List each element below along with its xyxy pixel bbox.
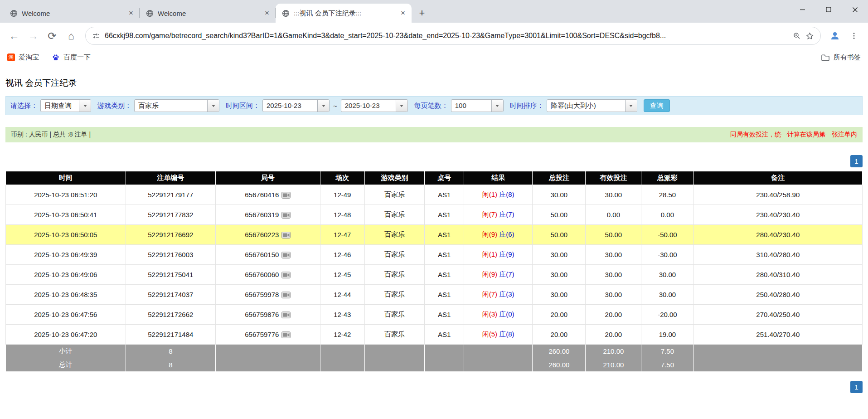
game-type-select[interactable]: 百家乐 [134,99,219,112]
bookmark-star-icon[interactable] [805,32,814,40]
chevron-down-icon[interactable] [625,100,637,112]
result-player: 闲(7) [482,290,497,298]
date-end-select[interactable]: 2025-10-23 [341,99,408,112]
chevron-down-icon[interactable] [396,100,407,112]
chevron-down-icon[interactable] [317,100,329,112]
tabs-container: Welcome×Welcome×:::视讯 会员下注纪录:::× [4,4,412,23]
cell-total-bet[interactable]: 30.00 [533,285,586,305]
pagination-page-1[interactable]: 1 [850,155,863,167]
video-replay-icon[interactable] [281,292,291,298]
round-number: 656760319 [245,211,279,219]
forward-icon[interactable]: → [24,26,43,45]
cell-total-bet[interactable]: 20.00 [533,305,586,325]
date-start-select[interactable]: 2025-10-23 [262,99,330,112]
cell-remark: 250.40/280.40 [693,285,862,305]
total-row-cell-4 [364,358,424,372]
chevron-down-icon[interactable] [79,100,91,112]
cell-total-bet[interactable]: 30.00 [533,185,586,205]
chevron-down-icon[interactable] [491,100,503,112]
new-tab-button[interactable]: + [415,6,429,20]
cell-total-bet[interactable]: 50.00 [533,205,586,225]
cell-session: 12-42 [320,325,364,345]
cell-table-no: AS1 [425,185,464,205]
video-replay-icon[interactable] [281,232,291,239]
column-header: 结果 [464,171,533,185]
kebab-menu-icon[interactable] [844,26,863,45]
video-replay-icon[interactable] [281,212,291,219]
tab-title: Welcome [22,10,122,17]
video-replay-icon[interactable] [281,272,291,278]
query-type-select[interactable]: 日期查询 [40,99,91,112]
bookmark-aitaobao[interactable]: 淘 爱淘宝 [7,53,39,62]
cell-remark: 310.40/280.40 [693,245,862,265]
tab-close-icon[interactable]: × [126,8,136,18]
cell-time: 2025-10-23 06:51:20 [6,185,126,205]
zoom-icon[interactable] [793,32,801,40]
browser-tab[interactable]: Welcome× [4,4,140,23]
cell-valid-bet: 30.00 [586,265,641,285]
cell-payout: -50.00 [641,225,693,245]
cell-total-bet[interactable]: 50.00 [533,225,586,245]
column-header: 游戏类别 [364,171,424,185]
globe-icon [145,9,154,18]
browser-tab[interactable]: :::视讯 会员下注纪录:::× [276,4,412,23]
bookmark-baidu[interactable]: 百度一下 [52,53,91,62]
site-info-tune-icon[interactable] [92,32,100,40]
pagination-page-1[interactable]: 1 [850,381,863,393]
tab-close-icon[interactable]: × [398,8,408,18]
date-start-value: 2025-10-23 [263,100,317,112]
total-row-cell-6 [464,358,533,372]
result-banker: 庄(8) [499,330,514,338]
total-row-cell-8: 210.00 [586,358,641,372]
taobao-icon: 淘 [7,54,15,61]
url-text[interactable]: 66cxkj98.com/game/betrecord_search/kind3… [105,32,788,40]
video-replay-icon[interactable] [281,252,291,258]
result-player: 闲(5) [482,330,497,338]
profile-avatar-icon[interactable] [825,26,844,45]
video-replay-icon[interactable] [281,312,291,318]
sort-order-select[interactable]: 降幂(由大到小) [547,99,637,112]
game-type-value: 百家乐 [135,100,207,112]
bet-record-row: 2025-10-23 06:47:20522912171484656759776… [6,325,863,345]
subtotal-row: 小计8260.00210.007.50 [6,345,863,358]
cell-total-bet[interactable]: 30.00 [533,265,586,285]
back-icon[interactable]: ← [5,26,24,45]
video-replay-icon[interactable] [281,331,291,338]
cell-table-no: AS1 [425,205,464,225]
video-replay-icon[interactable] [281,192,291,199]
round-number: 656759876 [245,311,279,318]
refresh-icon[interactable]: ⟳ [43,26,62,45]
column-header: 总投注 [533,171,586,185]
close-window-icon[interactable] [842,0,868,19]
cell-game-type: 百家乐 [364,245,424,265]
search-button[interactable]: 查询 [644,99,670,112]
cell-payout: 0.00 [641,205,693,225]
cell-bet-id: 522912177832 [126,205,215,225]
column-header: 备注 [693,171,862,185]
cell-round: 656760150 [216,245,320,265]
page-size-value: 100 [451,100,491,112]
sort-order-label: 时间排序： [510,102,544,110]
browser-tab[interactable]: Welcome× [140,4,276,23]
sort-order-value: 降幂(由大到小) [547,100,625,112]
bookmark-label: 爱淘宝 [19,53,39,62]
subtotal-row-cell-6 [464,345,533,358]
minimize-button[interactable] [789,0,815,19]
bookmarks-bar: 淘 爱淘宝 百度一下 所有书签 [0,49,868,66]
maximize-button[interactable] [815,0,842,19]
cell-bet-id: 522912179177 [126,185,215,205]
cell-total-bet[interactable]: 20.00 [533,325,586,345]
cell-bet-id: 522912174037 [126,285,215,305]
cell-total-bet[interactable]: 30.00 [533,245,586,265]
cell-remark: 251.40/270.40 [693,325,862,345]
tab-close-icon[interactable]: × [262,8,272,18]
column-header: 有效投注 [586,171,641,185]
address-bar[interactable]: 66cxkj98.com/game/betrecord_search/kind3… [85,27,821,45]
all-bookmarks[interactable]: 所有书签 [821,53,861,62]
cell-remark: 230.40/258.90 [693,185,862,205]
home-icon[interactable]: ⌂ [62,26,81,45]
cell-table-no: AS1 [425,265,464,285]
page-size-select[interactable]: 100 [451,99,504,112]
bet-record-row: 2025-10-23 06:48:35522912174037656759978… [6,285,863,305]
chevron-down-icon[interactable] [207,100,219,112]
